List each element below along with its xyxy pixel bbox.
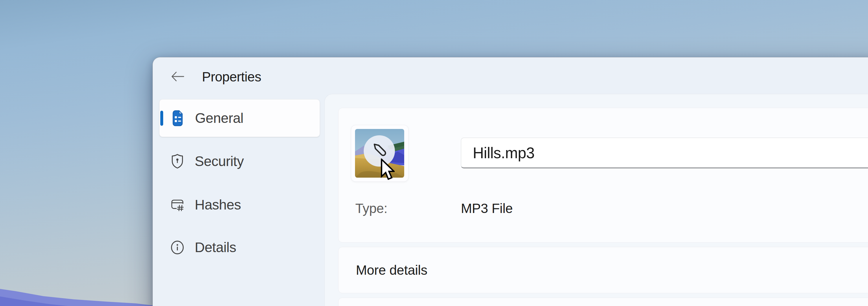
back-arrow-icon (171, 70, 185, 83)
type-label: Type: (355, 201, 388, 216)
shield-keyhole-icon (170, 153, 185, 169)
file-thumbnail-button[interactable] (351, 125, 408, 182)
sidebar-item-general[interactable]: General (159, 99, 320, 137)
file-info-card: Type: MP3 File (338, 108, 868, 243)
sidebar-item-hashes[interactable]: Hashes (159, 186, 320, 224)
info-circle-icon (170, 239, 185, 256)
window-header: Properties (153, 57, 868, 94)
sidebar-item-label: Security (195, 153, 244, 169)
card-hash-icon (170, 197, 185, 213)
bottom-card (338, 298, 868, 306)
main-content-panel: Type: MP3 File More details (324, 94, 868, 306)
more-details-card[interactable]: More details (338, 247, 868, 293)
more-details-label: More details (356, 262, 427, 278)
document-list-icon (170, 110, 185, 126)
type-value: MP3 File (461, 200, 513, 217)
desktop-wallpaper: Properties General (0, 0, 868, 306)
sidebar-item-label: General (195, 110, 243, 126)
sidebar-item-details[interactable]: Details (159, 228, 320, 266)
sidebar-item-label: Hashes (195, 197, 241, 213)
sidebar-item-security[interactable]: Security (159, 142, 320, 180)
page-title: Properties (202, 69, 261, 84)
selected-accent-bar (160, 111, 163, 126)
properties-window: Properties General (153, 57, 868, 306)
sidebar-item-label: Details (195, 239, 236, 255)
filename-input[interactable] (461, 138, 868, 168)
mouse-pointer-icon (381, 159, 395, 181)
back-button[interactable] (170, 69, 185, 83)
file-type-row: Type: MP3 File (355, 200, 388, 217)
